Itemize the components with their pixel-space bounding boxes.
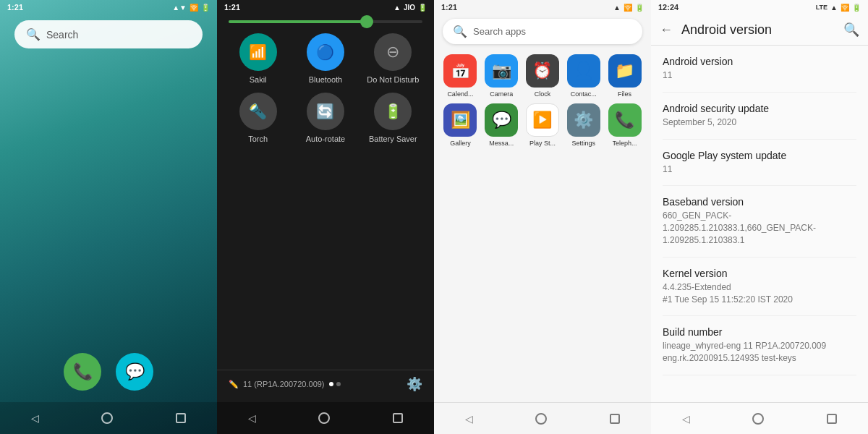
qs-brightness-slider[interactable]: [229, 20, 422, 23]
info-lte: LTE: [816, 4, 827, 11]
home-search-label: Search: [46, 29, 78, 41]
qs-tile-torch[interactable]: 🔦 Torch: [229, 93, 287, 143]
qs-tile-bluetooth[interactable]: 🔵 Bluetooth: [296, 33, 354, 84]
qs-brightness-thumb[interactable]: [360, 15, 373, 28]
qs-back-button[interactable]: ◁: [248, 412, 256, 424]
app-label-phone: Teleph...: [613, 140, 637, 147]
app-item-phone[interactable]: 📞 Teleph...: [607, 103, 642, 147]
info-item-title-kernel: Kernel version: [663, 268, 856, 279]
app-item-playstore[interactable]: ▶️ Play St...: [525, 103, 561, 147]
qs-tile-autorotate[interactable]: 🔄 Auto-rotate: [296, 93, 354, 143]
info-recents-button[interactable]: [827, 414, 837, 424]
app-label-files: Files: [618, 90, 631, 98]
info-search-button[interactable]: 🔍: [843, 22, 859, 38]
qs-tile-dnd-icon[interactable]: ⊖: [374, 33, 412, 71]
app-item-calendar[interactable]: 📅 Calend...: [443, 54, 478, 98]
app-icon-contacts[interactable]: 👤: [567, 54, 600, 88]
home-recents-button[interactable]: [176, 413, 186, 423]
qs-tile-battery-saver[interactable]: 🔋 Battery Saver: [364, 93, 422, 143]
dock-phone-icon[interactable]: 📞: [64, 353, 101, 391]
app-label-calendar: Calend...: [447, 90, 473, 98]
info-item-play-update: Google Play system update 11: [663, 140, 856, 187]
app-item-files[interactable]: 📁 Files: [607, 54, 642, 98]
apps-back-button[interactable]: ◁: [465, 413, 473, 425]
qs-version-text: 11 (RP1A.200720.009): [243, 380, 325, 388]
home-status-bar: 1:21 ▲▼ 🛜 🔋: [0, 0, 217, 14]
app-icon-calendar[interactable]: 📅: [443, 54, 477, 88]
app-item-camera[interactable]: 📷 Camera: [484, 54, 519, 98]
qs-tile-torch-icon[interactable]: 🔦: [239, 93, 277, 130]
apps-recents-button[interactable]: [610, 414, 620, 424]
app-icon-camera[interactable]: 📷: [485, 54, 518, 88]
apps-home-button[interactable]: [535, 413, 547, 425]
app-label-contacts: Contac...: [571, 90, 597, 98]
home-signal-icon: ▲▼: [172, 4, 187, 12]
qs-carrier: JIO: [404, 4, 415, 12]
qs-tile-bluetooth-label: Bluetooth: [309, 75, 342, 84]
qs-recents-button[interactable]: [393, 413, 403, 423]
home-back-button[interactable]: ◁: [31, 412, 39, 424]
app-icon-playstore[interactable]: ▶️: [526, 103, 559, 137]
home-time: 1:21: [7, 3, 23, 12]
app-item-contacts[interactable]: 👤 Contac...: [566, 54, 601, 98]
qs-tile-autorotate-icon[interactable]: 🔄: [307, 93, 344, 130]
app-label-gallery: Gallery: [450, 140, 471, 147]
qs-status-bar: 1:21 ▲ JIO 🔋: [217, 0, 434, 14]
qs-tile-wifi[interactable]: 📶 Sakil: [229, 33, 287, 84]
app-icon-messages[interactable]: 💬: [485, 103, 518, 137]
qs-page-dots: [329, 382, 341, 386]
app-grid: 📅 Calend... 📷 Camera ⏰ Clock 👤 Contac...…: [434, 48, 651, 153]
app-label-playstore: Play St...: [529, 140, 556, 147]
app-item-clock[interactable]: ⏰ Clock: [525, 54, 561, 98]
app-icon-gallery[interactable]: 🖼️: [443, 103, 477, 137]
apps-search-bar[interactable]: 🔍 Search apps: [443, 19, 642, 44]
app-item-settings[interactable]: ⚙️ Settings: [566, 103, 601, 147]
info-battery-icon: 🔋: [852, 4, 861, 12]
home-status-icons: ▲▼ 🛜 🔋: [172, 4, 210, 12]
app-icon-phone[interactable]: 📞: [608, 103, 642, 137]
info-item-value-kernel: 4.4.235-Extended #1 Tue Sep 15 11:52:20 …: [663, 281, 856, 306]
home-home-button[interactable]: [101, 412, 113, 424]
qs-dot-2: [336, 382, 341, 386]
app-item-messages[interactable]: 💬 Messa...: [484, 103, 519, 147]
info-status-bar: 12:24 LTE ▲ 🛜 🔋: [651, 0, 868, 14]
info-time: 12:24: [658, 3, 678, 12]
qs-tile-bluetooth-icon[interactable]: 🔵: [307, 33, 344, 71]
qs-tile-dnd[interactable]: ⊖ Do Not Disturb: [364, 33, 422, 84]
info-item-baseband: Baseband version 660_GEN_PACK-1.209285.1…: [663, 186, 856, 257]
info-home-button[interactable]: [752, 413, 764, 425]
qs-signal-icon: ▲: [393, 4, 401, 12]
qs-tile-battery-saver-icon[interactable]: 🔋: [374, 93, 412, 130]
info-back-button-nav[interactable]: ◁: [682, 413, 690, 425]
apps-signal-icon: ▲: [613, 4, 621, 12]
qs-settings-icon[interactable]: ⚙️: [407, 376, 422, 392]
qs-home-button[interactable]: [318, 412, 330, 424]
apps-status-icons: ▲ 🛜 🔋: [613, 4, 644, 12]
qs-tile-wifi-icon[interactable]: 📶: [239, 33, 277, 71]
info-back-button[interactable]: ←: [660, 22, 673, 38]
info-wifi-icon: 🛜: [841, 4, 849, 12]
info-item-value-baseband: 660_GEN_PACK-1.209285.1.210383.1,660_GEN…: [663, 210, 856, 246]
info-item-title-build: Build number: [663, 326, 856, 338]
dock-messages-icon[interactable]: 💬: [116, 353, 153, 391]
info-item-android-version: Android version 11: [663, 46, 856, 93]
info-status-icons: LTE ▲ 🛜 🔋: [816, 4, 861, 12]
apps-time: 1:21: [441, 3, 457, 12]
home-dock: 📞 💬: [0, 346, 217, 398]
info-nav-bar: ◁: [651, 402, 868, 434]
qs-tile-autorotate-label: Auto-rotate: [306, 135, 345, 143]
info-item-kernel: Kernel version 4.4.235-Extended #1 Tue S…: [663, 258, 856, 317]
qs-tile-wifi-label: Sakil: [250, 75, 267, 84]
app-icon-settings[interactable]: ⚙️: [567, 103, 600, 137]
app-item-gallery[interactable]: 🖼️ Gallery: [443, 103, 478, 147]
apps-battery-icon: 🔋: [635, 4, 644, 12]
home-search-bar[interactable]: 🔍 Search: [14, 20, 203, 48]
app-label-clock: Clock: [535, 90, 551, 98]
app-icon-files[interactable]: 📁: [608, 54, 642, 88]
apps-nav-bar: ◁: [434, 402, 651, 434]
qs-nav-bar: ◁: [217, 402, 434, 434]
apps-search-icon: 🔍: [453, 25, 467, 38]
apps-wifi-icon: 🛜: [624, 4, 632, 12]
app-icon-clock[interactable]: ⏰: [526, 54, 559, 88]
app-drawer-panel: 1:21 ▲ 🛜 🔋 🔍 Search apps 📅 Calend... 📷 C…: [434, 0, 651, 434]
